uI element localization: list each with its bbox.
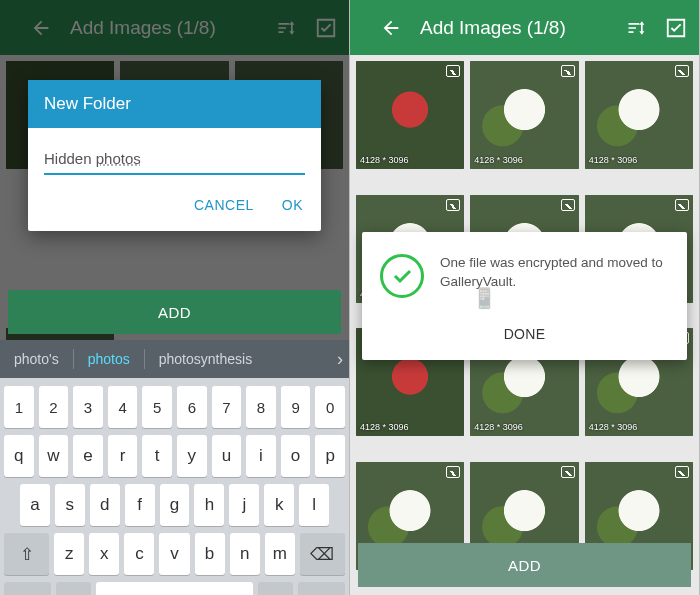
- resolution-label: 4128 * 3096: [474, 155, 523, 165]
- key-3[interactable]: 3: [73, 386, 103, 428]
- photo-icon: [675, 199, 689, 211]
- key-sym[interactable]: Sym: [4, 582, 51, 595]
- screen-encrypted-confirm: Add Images (1/8) 4128 * 3096 4128 * 3096…: [350, 0, 700, 595]
- key-5[interactable]: 5: [142, 386, 172, 428]
- suggestion[interactable]: photo's: [0, 351, 73, 367]
- key-backspace[interactable]: ⌫: [300, 533, 345, 575]
- image-thumb[interactable]: 4128 * 3096: [470, 61, 578, 169]
- key-z[interactable]: z: [54, 533, 84, 575]
- key-d[interactable]: d: [90, 484, 120, 526]
- photo-icon: [675, 466, 689, 478]
- key-2[interactable]: 2: [39, 386, 69, 428]
- key-emoji[interactable]: ☺: [56, 582, 91, 595]
- key-dot[interactable]: .: [258, 582, 293, 595]
- key-4[interactable]: 4: [108, 386, 138, 428]
- key-v[interactable]: v: [159, 533, 189, 575]
- success-dialog: One file was encrypted and moved to Gall…: [362, 232, 687, 360]
- photo-icon: [446, 65, 460, 77]
- image-thumb[interactable]: 4128 * 3096: [356, 61, 464, 169]
- page-title: Add Images (1/8): [420, 17, 607, 39]
- key-space[interactable]: English(UK): [96, 582, 253, 595]
- photo-icon: [446, 466, 460, 478]
- add-button[interactable]: ADD: [8, 290, 341, 334]
- resolution-label: 4128 * 3096: [360, 155, 409, 165]
- key-0[interactable]: 0: [315, 386, 345, 428]
- key-h[interactable]: h: [194, 484, 224, 526]
- key-p[interactable]: p: [315, 435, 345, 477]
- resolution-label: 4128 * 3096: [360, 422, 409, 432]
- key-y[interactable]: y: [177, 435, 207, 477]
- key-f[interactable]: f: [125, 484, 155, 526]
- sort-icon[interactable]: [625, 17, 647, 39]
- new-folder-dialog: New Folder Hidden photos CANCEL OK: [28, 80, 321, 231]
- key-x[interactable]: x: [89, 533, 119, 575]
- select-all-icon[interactable]: [665, 17, 687, 39]
- photo-icon: [561, 199, 575, 211]
- cancel-button[interactable]: CANCEL: [194, 197, 254, 213]
- key-u[interactable]: u: [212, 435, 242, 477]
- screen-new-folder: Add Images (1/8) New Folder Hidden photo…: [0, 0, 350, 595]
- resolution-label: 4128 * 3096: [474, 422, 523, 432]
- key-k[interactable]: k: [264, 484, 294, 526]
- resolution-label: 4128 * 3096: [589, 155, 638, 165]
- key-g[interactable]: g: [160, 484, 190, 526]
- add-button[interactable]: ADD: [358, 543, 691, 587]
- key-w[interactable]: w: [39, 435, 69, 477]
- photo-icon: [446, 199, 460, 211]
- key-o[interactable]: o: [281, 435, 311, 477]
- key-shift[interactable]: ⇧: [4, 533, 49, 575]
- resolution-label: 4128 * 3096: [589, 422, 638, 432]
- folder-name-input[interactable]: Hidden photos: [44, 146, 305, 175]
- suggestion[interactable]: photos: [74, 351, 144, 367]
- ok-button[interactable]: OK: [282, 197, 303, 213]
- image-thumb[interactable]: 4128 * 3096: [585, 61, 693, 169]
- expand-suggestions-icon[interactable]: ›: [337, 349, 343, 370]
- key-t[interactable]: t: [142, 435, 172, 477]
- key-b[interactable]: b: [195, 533, 225, 575]
- key-q[interactable]: q: [4, 435, 34, 477]
- key-m[interactable]: m: [265, 533, 295, 575]
- key-enter[interactable]: ↵: [298, 582, 345, 595]
- photo-icon: [675, 65, 689, 77]
- dialog-title: New Folder: [28, 80, 321, 128]
- key-s[interactable]: s: [55, 484, 85, 526]
- key-i[interactable]: i: [246, 435, 276, 477]
- key-1[interactable]: 1: [4, 386, 34, 428]
- suggestion[interactable]: photosynthesis: [145, 351, 266, 367]
- keyboard-suggestions: photo's photos photosynthesis ›: [0, 340, 349, 378]
- key-6[interactable]: 6: [177, 386, 207, 428]
- key-l[interactable]: l: [299, 484, 329, 526]
- key-e[interactable]: e: [73, 435, 103, 477]
- key-j[interactable]: j: [229, 484, 259, 526]
- done-button[interactable]: DONE: [380, 298, 669, 360]
- back-icon[interactable]: [380, 17, 402, 39]
- checkmark-icon: [380, 254, 424, 298]
- dialog-message: One file was encrypted and moved to Gall…: [440, 254, 669, 292]
- key-7[interactable]: 7: [212, 386, 242, 428]
- photo-icon: [561, 65, 575, 77]
- key-n[interactable]: n: [230, 533, 260, 575]
- key-r[interactable]: r: [108, 435, 138, 477]
- key-c[interactable]: c: [124, 533, 154, 575]
- soft-keyboard: 1 2 3 4 5 6 7 8 9 0 q w e r t y u i o p …: [0, 378, 349, 595]
- key-8[interactable]: 8: [246, 386, 276, 428]
- photo-icon: [561, 466, 575, 478]
- key-a[interactable]: a: [20, 484, 50, 526]
- action-bar: Add Images (1/8): [350, 0, 699, 55]
- key-9[interactable]: 9: [281, 386, 311, 428]
